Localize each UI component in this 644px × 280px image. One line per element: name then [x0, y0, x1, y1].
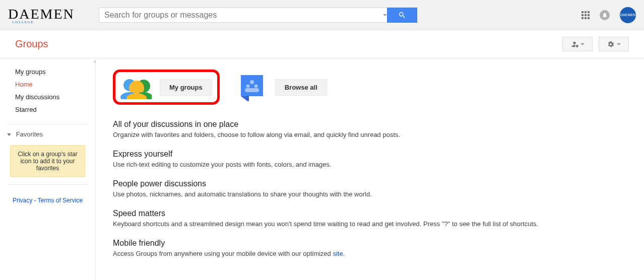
footer-links: Privacy - Terms of Service [0, 187, 95, 214]
feature-section: All of your discussions in one place Org… [113, 120, 627, 138]
sidebar-item-starred[interactable]: Starred [15, 103, 89, 116]
sidebar-collapse-handle[interactable]: ◂ [93, 58, 97, 68]
sidebar-item-my-discussions[interactable]: My discussions [15, 91, 89, 103]
browse-all-tile[interactable]: Browse all [234, 69, 332, 105]
chevron-down-icon [7, 133, 11, 136]
svg-rect-6 [241, 75, 263, 96]
feature-title: Speed matters [113, 209, 627, 218]
apps-icon[interactable] [582, 11, 590, 19]
search-input[interactable] [99, 8, 392, 23]
favorites-tip: Click on a group's star icon to add it t… [10, 145, 85, 177]
footer-separator: - [32, 197, 37, 204]
feature-section: People power discussions Use photos, nic… [113, 179, 627, 198]
manage-members-button[interactable] [562, 37, 593, 51]
sidebar-item-home[interactable]: Home [15, 78, 89, 91]
svg-point-10 [254, 85, 257, 88]
chevron-down-icon [617, 43, 621, 45]
brand-name: DAEMEN [8, 6, 75, 22]
favorites-header[interactable]: Favorites [0, 126, 95, 142]
brand-logo[interactable]: DAEMEN C O L L E G E [8, 6, 89, 24]
app-title[interactable]: Groups [15, 38, 48, 50]
my-groups-tile[interactable]: My groups [120, 75, 212, 99]
svg-marker-7 [241, 96, 249, 101]
sidebar: ◂ My groups Home My discussions Starred … [0, 58, 96, 280]
browse-all-label: Browse all [275, 79, 327, 96]
chevron-down-icon [581, 43, 585, 45]
group-people-icon [120, 75, 152, 99]
sub-bar: Groups [0, 30, 644, 58]
feature-body: Use photos, nicknames, and automatic tra… [113, 190, 627, 198]
feature-title: People power discussions [113, 179, 627, 188]
feature-section: Express yourself Use rich-text editing t… [113, 150, 627, 168]
gear-icon [607, 40, 615, 48]
avatar-label: DAEMEN [620, 13, 635, 17]
site-link[interactable]: site [333, 250, 343, 257]
feature-title: Mobile friendly [113, 239, 627, 248]
bell-icon [602, 12, 608, 18]
directory-icon [239, 73, 267, 101]
subbar-actions [562, 37, 629, 51]
sidebar-item-my-groups[interactable]: My groups [15, 65, 89, 78]
terms-link[interactable]: Terms of Service [38, 197, 83, 204]
search-icon [398, 11, 406, 19]
body: ◂ My groups Home My discussions Starred … [0, 58, 644, 280]
feature-section: Speed matters Keyboard shortcuts and a s… [113, 209, 627, 228]
feature-title: All of your discussions in one place [113, 120, 627, 129]
notifications-button[interactable] [600, 10, 610, 20]
feature-body: Use rich-text editing to customize your … [113, 161, 627, 168]
privacy-link[interactable]: Privacy [13, 197, 32, 204]
settings-button[interactable] [599, 37, 629, 51]
svg-point-8 [250, 80, 254, 84]
topbar-right: DAEMEN [582, 7, 636, 23]
feature-title: Express yourself [113, 150, 627, 159]
my-groups-label: My groups [160, 79, 212, 96]
search-button[interactable] [387, 8, 417, 23]
feature-body: Organize with favorites and folders, cho… [113, 131, 627, 138]
tiles-row: My groups Browse all [113, 69, 627, 105]
sidebar-nav: My groups Home My discussions Starred [0, 65, 95, 122]
feature-body: Keyboard shortcuts and a streamlined des… [113, 220, 627, 228]
highlight-box: My groups [113, 69, 220, 105]
main-content: My groups Browse all All of your discuss… [96, 58, 644, 280]
feature-section: Mobile friendly Access Groups from anywh… [113, 239, 627, 257]
person-settings-icon [570, 40, 578, 48]
search-container [99, 8, 417, 23]
favorites-label: Favorites [16, 130, 43, 138]
svg-point-9 [246, 85, 249, 88]
divider [7, 184, 88, 185]
divider [7, 124, 88, 124]
top-bar: DAEMEN C O L L E G E DAEMEN [0, 0, 644, 30]
feature-body: Access Groups from anywhere using your m… [113, 250, 627, 257]
avatar[interactable]: DAEMEN [620, 7, 636, 23]
svg-rect-11 [245, 88, 259, 92]
